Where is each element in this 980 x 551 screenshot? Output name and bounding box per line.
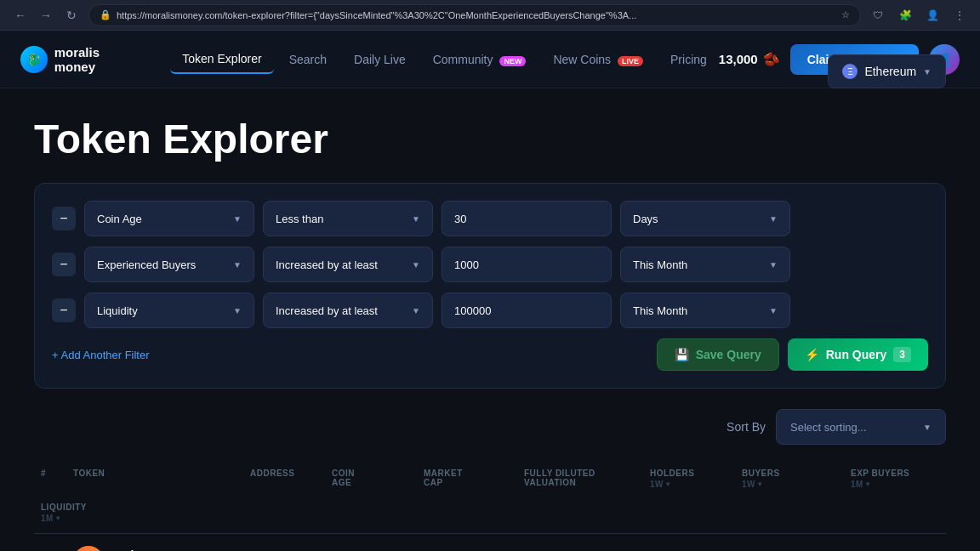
nav-community[interactable]: Community NEW: [421, 46, 538, 73]
th-holders: HOLDERS 1W ▾: [643, 465, 728, 492]
run-query-button[interactable]: ⚡ Run Query 3: [788, 338, 928, 371]
remove-filter-2-button[interactable]: −: [52, 253, 76, 276]
filter-1-type-select[interactable]: Coin Age ▼: [84, 201, 254, 236]
th-token: TOKEN: [66, 465, 236, 492]
filter-2-condition-select[interactable]: Increased by at least ▼: [263, 247, 433, 282]
new-coins-badge: LIVE: [618, 56, 643, 66]
bookmark-icon: ☆: [841, 9, 850, 20]
filter-row-3: − Liquidity ▼ Increased by at least ▼ Th…: [52, 293, 928, 328]
save-query-button[interactable]: 💾 Save Query: [657, 338, 779, 371]
chevron-down-icon: ▼: [412, 260, 420, 270]
table-header: # TOKEN ADDRESS COINAGE MARKETCAP FULLY …: [34, 458, 946, 534]
nav-new-coins[interactable]: New Coins LIVE: [541, 46, 655, 73]
filter-1-value-input[interactable]: [442, 201, 612, 236]
th-market-cap: MARKETCAP: [417, 465, 510, 492]
beans-icon: 🫘: [763, 51, 780, 67]
remove-filter-1-button[interactable]: −: [52, 207, 76, 230]
chevron-down-icon: ▼: [412, 214, 420, 224]
filter-icon: ⚡: [805, 348, 819, 361]
nav-search[interactable]: Search: [277, 46, 339, 73]
filter-3-value-input[interactable]: [442, 293, 612, 328]
table-row: 1 🚀 Turbo TURBO Ξ Ethereum 99: [34, 534, 946, 551]
browser-nav-buttons: ← → ↻: [10, 5, 82, 26]
token-logo: 🚀: [73, 546, 104, 551]
th-exp-buyers: EXP BUYERS 1M ▾: [844, 465, 946, 492]
add-filter-button[interactable]: + Add Another Filter: [52, 342, 150, 368]
filter-3-type-select[interactable]: Liquidity ▼: [84, 293, 254, 328]
filter-3-time-select[interactable]: This Month ▼: [620, 293, 790, 328]
main-content: Token Explorer Ξ Ethereum ▼ − Coin Age ▼…: [0, 88, 980, 551]
eth-icon: Ξ: [842, 64, 858, 79]
holders-period[interactable]: 1W ▾: [650, 480, 721, 489]
forward-button[interactable]: →: [36, 5, 56, 26]
logo-icon: 🐉: [20, 46, 48, 73]
logo-text: moralis money: [54, 45, 144, 74]
beans-counter: 13,000 🫘: [719, 51, 780, 67]
filter-row-2: − Experienced Buyers ▼ Increased by at l…: [52, 247, 928, 282]
chevron-down-icon: ▼: [233, 214, 242, 224]
th-coin-age: COINAGE: [325, 465, 410, 492]
nav-items: Token Explorer Search Daily Live Communi…: [170, 45, 719, 74]
more-icon[interactable]: ⋮: [949, 5, 970, 26]
th-buyers: BUYERS 1W ▾: [735, 465, 837, 492]
filter-2-time-select[interactable]: This Month ▼: [620, 247, 790, 282]
profile-icon[interactable]: 👤: [922, 5, 943, 26]
filter-1-time-select[interactable]: Days ▼: [620, 201, 790, 236]
nav-daily-live[interactable]: Daily Live: [342, 46, 418, 73]
back-button[interactable]: ←: [10, 5, 31, 26]
nav-pricing[interactable]: Pricing: [658, 46, 719, 73]
filter-3-condition-select[interactable]: Increased by at least ▼: [263, 293, 433, 328]
exp-buyers-period[interactable]: 1M ▾: [851, 480, 939, 489]
query-actions: 💾 Save Query ⚡ Run Query 3: [657, 338, 928, 371]
sort-by-label: Sort By: [726, 420, 766, 434]
save-icon: 💾: [675, 348, 689, 361]
th-address: ADDRESS: [243, 465, 318, 492]
chevron-down-icon: ▼: [412, 306, 420, 315]
chevron-down-icon: ▼: [233, 260, 242, 270]
buyers-period[interactable]: 1W ▾: [742, 480, 830, 489]
extensions-icon[interactable]: 🧩: [895, 5, 915, 26]
th-liquidity: LIQUIDITY 1M ▾: [34, 499, 60, 526]
filter-actions: + Add Another Filter 💾 Save Query ⚡ Run …: [52, 338, 928, 371]
chevron-down-icon: ▼: [923, 423, 932, 432]
community-badge: NEW: [499, 56, 526, 66]
beans-count: 13,000: [719, 52, 758, 66]
chevron-down-icon: ▼: [923, 67, 932, 77]
network-label: Ethereum: [864, 65, 916, 78]
query-count-badge: 3: [893, 347, 911, 362]
logo[interactable]: 🐉 moralis money: [20, 45, 143, 74]
remove-filter-3-button[interactable]: −: [52, 298, 76, 322]
lock-icon: 🔒: [100, 9, 111, 20]
filter-2-type-select[interactable]: Experienced Buyers ▼: [84, 247, 254, 282]
browser-actions: 🛡 🧩 👤 ⋮: [868, 5, 970, 26]
results-table: # TOKEN ADDRESS COINAGE MARKETCAP FULLY …: [34, 458, 946, 551]
shield-icon[interactable]: 🛡: [868, 5, 888, 26]
network-selector[interactable]: Ξ Ethereum ▼: [828, 54, 946, 88]
chevron-down-icon: ▼: [769, 306, 778, 315]
filter-row-1: − Coin Age ▼ Less than ▼ Days ▼: [52, 201, 928, 236]
page-title: Token Explorer: [34, 116, 328, 162]
filter-1-condition-select[interactable]: Less than ▼: [263, 201, 433, 236]
th-rank: #: [34, 465, 60, 492]
nav-token-explorer[interactable]: Token Explorer: [170, 45, 273, 74]
th-fdv: FULLY DILUTEDVALUATION: [517, 465, 636, 492]
url-text: https://moralismoney.com/token-explorer?…: [117, 10, 836, 20]
filter-panel: − Coin Age ▼ Less than ▼ Days ▼ − Experi…: [34, 183, 946, 389]
chevron-down-icon: ▼: [769, 214, 778, 224]
refresh-button[interactable]: ↻: [61, 5, 82, 26]
address-bar[interactable]: 🔒 https://moralismoney.com/token-explore…: [88, 4, 861, 26]
token-cell: 🚀 Turbo TURBO Ξ Ethereum 99: [66, 546, 236, 551]
chevron-down-icon: ▼: [769, 260, 778, 270]
chevron-down-icon: ▼: [233, 306, 242, 315]
results-header: Sort By Select sorting... ▼: [34, 409, 946, 445]
filter-2-value-input[interactable]: [442, 247, 612, 282]
liquidity-period[interactable]: 1M ▾: [41, 514, 53, 523]
browser-bar: ← → ↻ 🔒 https://moralismoney.com/token-e…: [0, 0, 980, 31]
sort-select[interactable]: Select sorting... ▼: [776, 409, 946, 445]
